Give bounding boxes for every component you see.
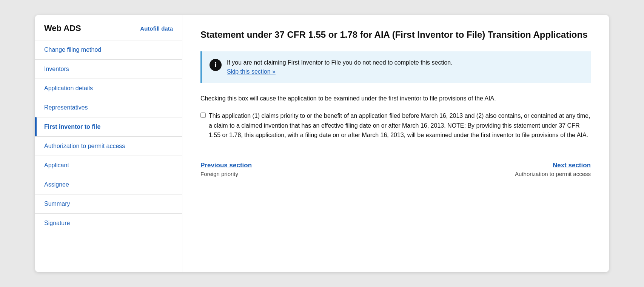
checkbox-label-text: This application (1) claims priority to … [209,111,591,140]
sidebar-item-applicant[interactable]: Applicant [35,156,182,175]
skip-section-link[interactable]: Skip this section » [227,68,276,75]
sidebar-header: Web ADS Autofill data [35,15,182,40]
sidebar-link-change-filing[interactable]: Change filing method [35,40,182,59]
sidebar-item-assignee[interactable]: Assignee [35,175,182,194]
sidebar-link-application-details[interactable]: Application details [35,79,182,98]
sidebar-link-representatives[interactable]: Representatives [35,98,182,117]
sidebar-item-inventors[interactable]: Inventors [35,59,182,79]
app-logo: Web ADS [44,23,81,33]
nav-footer: Previous section Foreign priority Next s… [200,154,591,177]
autofill-button[interactable]: Autofill data [140,25,173,32]
sidebar-link-assignee[interactable]: Assignee [35,175,182,194]
sidebar-item-application-details[interactable]: Application details [35,79,182,98]
sidebar-link-first-inventor[interactable]: First inventor to file [37,117,182,136]
section-body-text: Checking this box will cause the applica… [200,94,591,103]
sidebar-link-signature[interactable]: Signature [35,214,182,233]
prev-section-label: Foreign priority [200,171,252,177]
nav-next: Next section Authorization to permit acc… [515,162,591,177]
first-inventor-checkbox[interactable] [200,113,206,118]
sidebar: Web ADS Autofill data Change filing meth… [35,15,182,272]
sidebar-link-inventors[interactable]: Inventors [35,60,182,79]
nav-prev: Previous section Foreign priority [200,162,252,177]
sidebar-nav: Change filing method Inventors Applicati… [35,40,182,233]
main-content: Statement under 37 CFR 1.55 or 1.78 for … [182,15,609,272]
sidebar-item-first-inventor[interactable]: First inventor to file [35,117,182,136]
sidebar-item-authorization[interactable]: Authorization to permit access [35,136,182,156]
previous-section-button[interactable]: Previous section [200,162,252,169]
info-icon: i [210,59,222,71]
sidebar-link-authorization[interactable]: Authorization to permit access [35,137,182,156]
sidebar-item-representatives[interactable]: Representatives [35,98,182,117]
sidebar-item-signature[interactable]: Signature [35,213,182,233]
info-box: i If you are not claiming First Inventor… [200,51,591,83]
app-container: Web ADS Autofill data Change filing meth… [35,15,609,272]
next-section-button[interactable]: Next section [553,162,591,169]
checkbox-section: This application (1) claims priority to … [200,111,591,140]
info-box-text: If you are not claiming First Inventor t… [227,58,453,76]
sidebar-link-summary[interactable]: Summary [35,194,182,213]
sidebar-link-applicant[interactable]: Applicant [35,156,182,175]
next-section-label: Authorization to permit access [515,171,591,177]
page-title: Statement under 37 CFR 1.55 or 1.78 for … [200,29,591,41]
sidebar-item-change-filing[interactable]: Change filing method [35,40,182,59]
sidebar-item-summary[interactable]: Summary [35,194,182,213]
